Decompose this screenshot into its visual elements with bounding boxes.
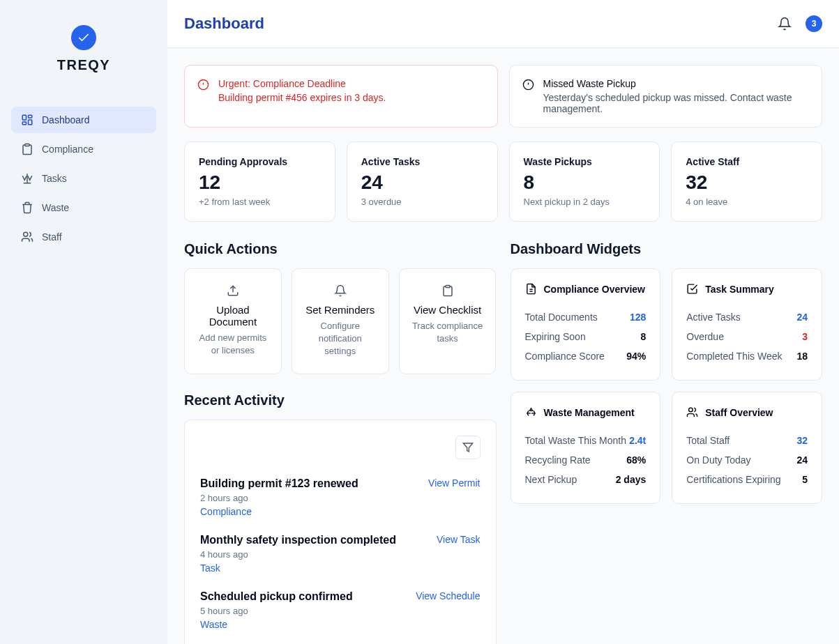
activity-item: Building permit #123 renewed2 hours agoC… xyxy=(200,469,481,526)
activity-filter-button[interactable] xyxy=(455,436,481,459)
widget-row-value: 24 xyxy=(796,454,808,466)
widget-title: Compliance Overview xyxy=(544,284,646,295)
widget-row-value: 94% xyxy=(626,351,646,362)
widget-row: Recycling Rate68% xyxy=(525,450,647,470)
widget-row-key: Expiring Soon xyxy=(525,331,586,342)
widget-row-key: Compliance Score xyxy=(525,351,605,362)
widget-row-key: On Duty Today xyxy=(686,454,750,466)
activity-category: Task xyxy=(200,562,396,574)
topbar: Dashboard 3 xyxy=(167,0,839,48)
activity-category: Compliance xyxy=(200,506,358,517)
alert-body: Yesterday's scheduled pickup was missed.… xyxy=(543,92,810,114)
file-icon xyxy=(525,283,537,295)
quick-action-card[interactable]: View ChecklistTrack compliance tasks xyxy=(399,268,497,374)
stat-value: 32 xyxy=(686,171,808,194)
stat-subtext: +2 from last week xyxy=(199,197,321,207)
widget-row-value: 128 xyxy=(630,312,646,323)
stat-card: Active Tasks243 overdue xyxy=(347,141,498,222)
widget-header: Waste Management xyxy=(525,406,647,418)
quick-actions-title: Quick Actions xyxy=(184,241,497,257)
notifications-button[interactable] xyxy=(772,11,797,36)
widget-row-key: Completed This Week xyxy=(686,351,782,362)
sidebar-item-staff[interactable]: Staff xyxy=(11,224,156,250)
widget-row: On Duty Today24 xyxy=(686,450,808,470)
widget-row-key: Certifications Expiring xyxy=(686,474,780,485)
alert-title: Urgent: Compliance Deadline xyxy=(218,78,386,89)
widget-row-key: Next Pickup xyxy=(525,474,577,485)
widget-header: Staff Overview xyxy=(686,406,808,418)
sidebar-item-waste[interactable]: Waste xyxy=(11,194,156,221)
activity-time: 5 hours ago xyxy=(200,606,353,616)
bell-icon xyxy=(334,284,347,297)
sidebar-item-label: Staff xyxy=(42,231,62,243)
widget-row-value: 3 xyxy=(802,331,808,342)
logo-mark xyxy=(71,25,96,50)
qa-title: Set Reminders xyxy=(303,304,377,316)
activity-action-link[interactable]: View Task xyxy=(437,534,481,545)
recycle-icon xyxy=(525,406,537,418)
quick-action-card[interactable]: Set RemindersConfigure notification sett… xyxy=(292,268,389,374)
widget-row-value: 2 days xyxy=(616,474,647,485)
activity-item: Monthly safety inspection completed4 hou… xyxy=(200,526,481,582)
activity-category: Waste xyxy=(200,619,353,630)
widget-row: Active Tasks24 xyxy=(686,307,808,327)
activity-action-link[interactable]: View Schedule xyxy=(416,590,480,601)
widget-card: Task SummaryActive Tasks24Overdue3Comple… xyxy=(672,268,822,381)
sidebar-item-dashboard[interactable]: Dashboard xyxy=(11,107,156,133)
clipboard-icon xyxy=(441,284,454,297)
activity-time: 4 hours ago xyxy=(200,549,396,560)
stat-value: 24 xyxy=(361,171,483,194)
widget-row-key: Active Tasks xyxy=(686,312,741,323)
activity-time: 2 hours ago xyxy=(200,493,358,503)
logo[interactable]: TREQY xyxy=(11,25,156,73)
qa-desc: Track compliance tasks xyxy=(411,320,485,345)
quick-action-card[interactable]: Upload DocumentAdd new permits or licens… xyxy=(184,268,282,374)
stat-subtext: 3 overdue xyxy=(361,197,483,207)
widget-header: Compliance Overview xyxy=(525,283,647,295)
widget-row-key: Total Documents xyxy=(525,312,598,323)
stat-label: Waste Pickups xyxy=(524,156,646,167)
widget-row: Expiring Soon8 xyxy=(525,327,647,346)
qa-desc: Add new permits or licenses xyxy=(196,332,270,357)
quick-actions-grid: Upload DocumentAdd new permits or licens… xyxy=(184,268,497,374)
alert-title: Missed Waste Pickup xyxy=(543,78,810,89)
sidebar-item-label: Compliance xyxy=(42,144,93,155)
stat-label: Pending Approvals xyxy=(199,156,321,167)
trash-icon xyxy=(21,201,33,214)
widget-title: Staff Overview xyxy=(705,407,773,418)
alert-circle-icon xyxy=(197,79,209,91)
widgets-grid: Compliance OverviewTotal Documents128Exp… xyxy=(511,268,823,504)
alert-banner: Missed Waste PickupYesterday's scheduled… xyxy=(509,65,823,128)
filter-icon xyxy=(462,442,474,453)
stat-subtext: 4 on leave xyxy=(686,197,808,207)
sidebar-item-compliance[interactable]: Compliance xyxy=(11,136,156,162)
stat-label: Active Staff xyxy=(686,156,808,167)
sidebar: TREQY DashboardComplianceTasksWasteStaff xyxy=(0,0,167,644)
widget-row: Total Documents128 xyxy=(525,307,647,327)
stat-value: 12 xyxy=(199,171,321,194)
widget-card: Waste ManagementTotal Waste This Month2.… xyxy=(511,392,661,504)
notification-count-badge[interactable]: 3 xyxy=(806,15,822,32)
alerts-row: Urgent: Compliance DeadlineBuilding perm… xyxy=(184,65,822,128)
alert-body: Building permit #456 expires in 3 days. xyxy=(218,92,386,103)
stat-label: Active Tasks xyxy=(361,156,483,167)
widget-card: Staff OverviewTotal Staff32On Duty Today… xyxy=(672,392,822,504)
sidebar-item-tasks[interactable]: Tasks xyxy=(11,165,156,192)
stats-row: Pending Approvals12+2 from last weekActi… xyxy=(184,141,822,222)
activity-action-link[interactable]: View Permit xyxy=(428,477,480,489)
widgets-title: Dashboard Widgets xyxy=(511,241,823,257)
logo-text: TREQY xyxy=(57,57,110,73)
widget-row: Completed This Week18 xyxy=(686,346,808,366)
activity-title: Monthly safety inspection completed xyxy=(200,534,396,546)
activity-title: Scheduled pickup confirmed xyxy=(200,590,353,603)
qa-desc: Configure notification settings xyxy=(303,320,377,358)
widget-header: Task Summary xyxy=(686,283,808,295)
widget-row: Overdue3 xyxy=(686,327,808,346)
widget-title: Task Summary xyxy=(705,284,774,295)
clipboard-icon xyxy=(21,143,33,155)
activity-item: Scheduled pickup confirmed5 hours agoWas… xyxy=(200,582,481,638)
recent-activity-title: Recent Activity xyxy=(184,392,497,408)
widget-row-value: 8 xyxy=(640,331,646,342)
sidebar-nav: DashboardComplianceTasksWasteStaff xyxy=(11,107,156,250)
check-square-icon xyxy=(686,283,698,295)
